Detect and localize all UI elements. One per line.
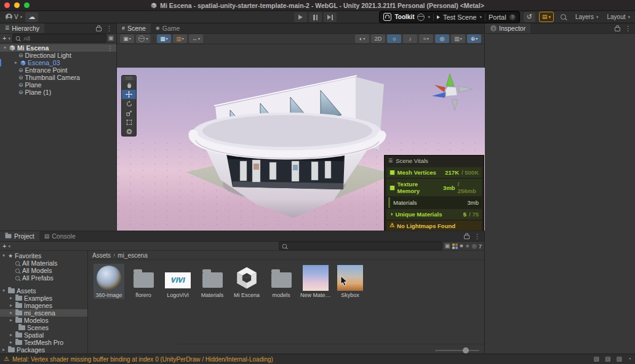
hierarchy-item[interactable]: Directional Light: [0, 52, 116, 59]
play-button[interactable]: [294, 12, 307, 22]
hidden-packages-icon[interactable]: [472, 243, 477, 249]
tree-item-search[interactable]: All Materials: [0, 259, 87, 267]
expander-icon[interactable]: [14, 60, 18, 65]
breadcrumb-current[interactable]: mi_escena: [118, 252, 147, 259]
breadcrumb-root[interactable]: Assets: [92, 252, 111, 259]
panel-menu-icon[interactable]: [625, 25, 631, 32]
draw-mode-dropdown[interactable]: [120, 34, 134, 43]
tree-item-search[interactable]: All Prefabs: [0, 274, 87, 282]
scene-menu-icon[interactable]: [107, 45, 114, 52]
rotate-tool-button[interactable]: [122, 99, 136, 108]
tab-inspector[interactable]: i Inspector: [485, 23, 530, 33]
panel-menu-icon[interactable]: [474, 233, 481, 240]
asset-item-folder[interactable]: florero: [128, 264, 159, 299]
2d-mode-toggle[interactable]: 2D: [371, 34, 385, 43]
asset-item-360-image[interactable]: 360-Image: [94, 264, 124, 299]
tree-item-packages[interactable]: Packages: [0, 346, 87, 354]
panel-menu-icon[interactable]: [106, 25, 113, 32]
expander-icon[interactable]: [2, 46, 7, 50]
pause-button[interactable]: [309, 12, 322, 22]
minimize-window-button[interactable]: [14, 2, 20, 8]
shading-mode-dropdown[interactable]: [355, 34, 369, 43]
help-icon[interactable]: [509, 14, 516, 20]
scene-visibility-toggle[interactable]: [435, 34, 449, 43]
effects-dropdown[interactable]: [419, 34, 433, 43]
asset-item-scene[interactable]: Mi Escena: [231, 264, 262, 299]
tree-item-folder[interactable]: Scenes: [0, 324, 87, 331]
background-activity-icon[interactable]: [628, 356, 631, 362]
undo-history-button[interactable]: [524, 12, 535, 22]
lock-icon[interactable]: [615, 27, 620, 31]
lock-icon[interactable]: [96, 27, 102, 31]
asset-item-material[interactable]: New Mater...: [300, 264, 331, 299]
tree-item-favorites[interactable]: Favorites: [0, 252, 87, 259]
hierarchy-item[interactable]: Plane: [0, 81, 116, 89]
hierarchy-item-prefab[interactable]: Escena_03: [0, 59, 116, 66]
view-hand-tool-button[interactable]: [122, 81, 136, 90]
layout-dropdown[interactable]: Layout: [604, 12, 633, 22]
hierarchy-item-scene[interactable]: Mi Escena: [0, 44, 116, 52]
code-coverage-icon[interactable]: [617, 356, 622, 362]
scene-lighting-toggle[interactable]: [387, 34, 401, 43]
lock-icon[interactable]: [464, 235, 469, 239]
tool-handle-dropdown[interactable]: [189, 34, 203, 43]
status-message[interactable]: Metal: Vertex shader missing buffer bind…: [12, 356, 273, 363]
thumbnail-size-slider[interactable]: [435, 350, 479, 351]
expander-icon[interactable]: [9, 296, 14, 301]
account-dropdown[interactable]: V: [2, 12, 25, 22]
rect-tool-button[interactable]: [122, 117, 136, 127]
camera-overlay-dropdown[interactable]: [451, 34, 465, 43]
expander-icon[interactable]: [1, 347, 6, 352]
expander-icon[interactable]: [1, 288, 6, 293]
project-search-input[interactable]: [289, 242, 440, 250]
chevron-down-icon[interactable]: [8, 36, 10, 41]
scene-picking-icon[interactable]: [108, 35, 114, 41]
grid-snap-toggle[interactable]: [157, 34, 171, 43]
expander-icon[interactable]: [9, 318, 14, 323]
tab-game[interactable]: Game: [151, 23, 185, 33]
status-bar[interactable]: Metal: Vertex shader missing buffer bind…: [0, 354, 635, 364]
cloud-services-button[interactable]: [25, 12, 38, 22]
chevron-down-icon[interactable]: [8, 244, 10, 248]
save-search-icon[interactable]: [465, 243, 470, 249]
search-by-type-icon[interactable]: [444, 243, 450, 249]
auto-generate-lighting-icon[interactable]: [605, 356, 610, 362]
tree-item-assets[interactable]: Assets: [0, 287, 87, 295]
hierarchy-item[interactable]: Entrance Point: [0, 66, 116, 74]
zoom-window-button[interactable]: [24, 2, 30, 8]
create-asset-button[interactable]: [2, 243, 6, 250]
portal-button[interactable]: Portal: [489, 14, 506, 21]
hierarchy-item[interactable]: Thumbnail Camera: [0, 74, 116, 81]
slider-knob[interactable]: [463, 347, 469, 354]
audio-toggle[interactable]: [403, 34, 417, 43]
overlay-drag-handle[interactable]: [122, 76, 136, 81]
tree-item-folder[interactable]: Spatial: [0, 331, 87, 339]
snap-increment-dropdown[interactable]: [173, 34, 187, 43]
package-visibility-icon[interactable]: [452, 243, 458, 249]
asset-item-folder[interactable]: Materials: [197, 264, 228, 299]
transform-tool-button[interactable]: [122, 127, 136, 136]
hierarchy-search-input[interactable]: [22, 34, 103, 42]
tree-item-folder-selected[interactable]: mi_escena: [0, 309, 87, 317]
chevron-down-icon[interactable]: [428, 15, 430, 19]
globe-icon[interactable]: [417, 14, 425, 21]
ai-navigation-toggle[interactable]: [539, 12, 554, 22]
gizmos-dropdown[interactable]: [467, 34, 481, 43]
search-button[interactable]: [557, 12, 569, 22]
asset-item-skybox[interactable]: Skybox: [335, 264, 365, 299]
tree-item-folder[interactable]: Imagenes: [0, 302, 87, 309]
scale-tool-button[interactable]: [122, 108, 136, 117]
chevron-down-icon[interactable]: [479, 15, 482, 19]
layers-dropdown[interactable]: Layers: [573, 12, 601, 22]
expander-icon[interactable]: [9, 303, 14, 308]
step-button[interactable]: [324, 12, 337, 22]
tab-project[interactable]: Project: [0, 231, 39, 241]
tab-console[interactable]: Console: [39, 231, 81, 241]
add-gameobject-button[interactable]: [2, 35, 6, 42]
project-search-field[interactable]: [279, 242, 442, 250]
tree-item-folder[interactable]: Examples: [0, 295, 87, 302]
tab-scene[interactable]: Scene: [117, 23, 151, 33]
hierarchy-search-field[interactable]: [12, 34, 106, 42]
cloud-collab-disabled-icon[interactable]: [594, 356, 599, 362]
move-tool-button[interactable]: [122, 90, 136, 99]
